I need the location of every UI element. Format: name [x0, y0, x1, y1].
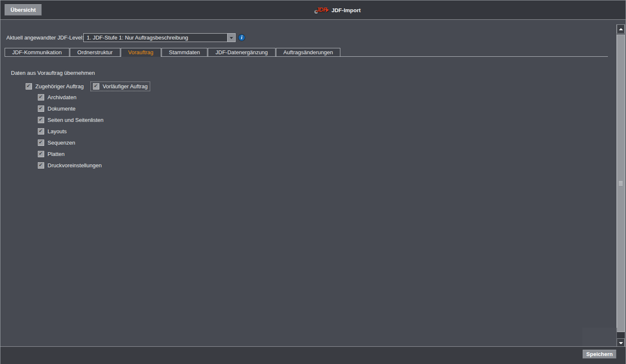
panel-heading: Daten aus Vorauftrag übernehmen [11, 70, 95, 76]
tab-jdf-kommunikation[interactable]: JDF-Kommunikation [5, 48, 69, 56]
info-icon[interactable]: i [239, 34, 245, 41]
tab-stammdaten[interactable]: Stammdaten [162, 48, 208, 56]
checkbox-row-platten: Platten [38, 148, 103, 160]
footer-highlight-patch [582, 328, 617, 346]
tab-jdf-datenergaenzung[interactable]: JDF-Datenergänzung [208, 48, 275, 56]
checkbox-row-druckvoreinstellungen: Druckvoreinstellungen [38, 160, 103, 171]
checkbox-row-archivdaten: Archivdaten [38, 92, 103, 103]
checkbox-label: Vorläufiger Auftrag [103, 83, 148, 90]
tab-vorauftrag[interactable]: Vorauftrag [121, 48, 161, 57]
parent-checkbox-row: Zugehöriger Auftrag Vorläufiger Auftrag [23, 82, 150, 91]
checkbox-label: Dokumente [48, 106, 75, 112]
checkbox-label: Sequenzen [48, 140, 75, 146]
jdf-level-label: Aktuell angewandter JDF-Level: [6, 34, 84, 41]
jdf-import-window: Übersicht JDF JDF-Import Aktuell angewan… [0, 0, 626, 364]
checkbox-row-dokumente: Dokumente [38, 103, 103, 114]
jdf-logo-text: JDF [316, 6, 326, 13]
dropdown-arrow-button[interactable] [227, 34, 235, 42]
sub-checkbox-list: Archivdaten Dokumente Seiten und Seitenl… [38, 92, 103, 171]
checkbox-label: Druckvoreinstellungen [48, 162, 102, 169]
tab-auftragsaenderungen[interactable]: Auftragsänderungen [276, 48, 341, 56]
save-button[interactable]: Speichern [583, 350, 616, 359]
triangle-down-icon [619, 342, 623, 344]
checkbox-row-layouts: Layouts [38, 126, 103, 137]
checkbox-group-vorlaeufiger-auftrag[interactable]: Vorläufiger Auftrag [90, 82, 150, 91]
jdf-level-selected-value: 1. JDF-Stufe 1: Nur Auftragsbeschreibung [87, 34, 188, 42]
chevron-down-icon [230, 37, 233, 39]
checkbox-label: Platten [48, 151, 64, 157]
checkbox-row-sequenzen: Sequenzen [38, 137, 103, 148]
jdf-level-select[interactable]: 1. JDF-Stufe 1: Nur Auftragsbeschreibung [83, 33, 236, 42]
scrollbar-down-button[interactable] [617, 338, 625, 347]
vertical-scrollbar[interactable] [616, 24, 625, 347]
checkbox[interactable] [38, 94, 44, 100]
checkbox[interactable] [38, 106, 44, 112]
triangle-up-icon [619, 28, 623, 30]
checkbox[interactable] [93, 83, 99, 90]
jdf-logo-arrow-icon [326, 8, 329, 12]
scrollbar-thumb[interactable] [617, 34, 625, 332]
scrollbar-up-button[interactable] [617, 24, 625, 34]
checkbox[interactable] [38, 140, 44, 146]
checkbox-label: Archivdaten [48, 94, 77, 100]
bottom-bar: Speichern [0, 346, 626, 364]
checkbox-row-seiten-und-seitenlisten: Seiten und Seitenlisten [38, 114, 103, 126]
scrollbar-grip-icon [619, 181, 623, 186]
checkbox[interactable] [38, 151, 44, 157]
checkbox[interactable] [38, 128, 44, 135]
page-title: JDF-Import [332, 7, 361, 13]
checkbox-label: Layouts [48, 128, 67, 135]
overview-button[interactable]: Übersicht [5, 4, 42, 16]
checkbox-group-zugehoeriger-auftrag[interactable]: Zugehöriger Auftrag [23, 82, 86, 91]
checkbox[interactable] [26, 83, 32, 90]
checkbox-label: Zugehöriger Auftrag [35, 83, 84, 90]
tab-ordnerstruktur[interactable]: Ordnerstruktur [70, 48, 120, 56]
top-bar: Übersicht JDF JDF-Import [0, 0, 626, 20]
checkbox[interactable] [38, 162, 44, 169]
tab-bar: JDF-Kommunikation Ordnerstruktur Vorauft… [5, 48, 340, 57]
title-group: JDF JDF-Import [314, 5, 361, 15]
checkbox[interactable] [38, 117, 44, 123]
jdf-logo-icon: JDF [314, 5, 329, 15]
checkbox-label: Seiten und Seitenlisten [48, 117, 103, 123]
